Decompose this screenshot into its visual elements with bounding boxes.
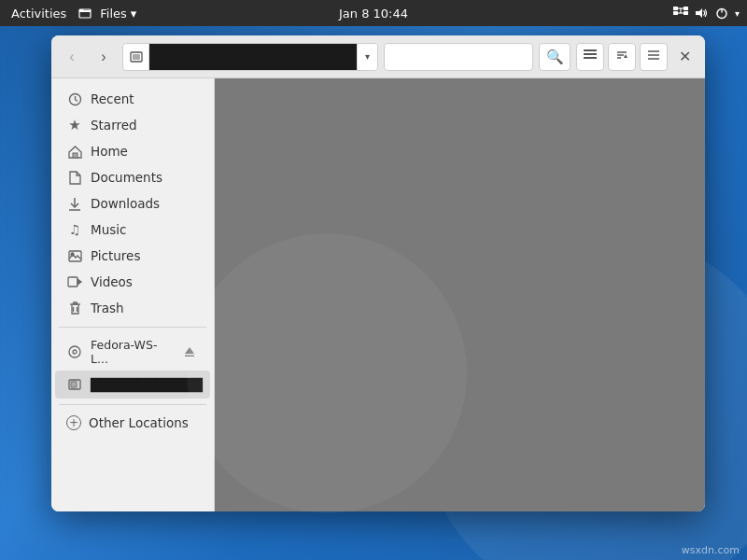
search-button[interactable]: 🔍: [539, 43, 571, 71]
svg-marker-37: [185, 347, 194, 354]
sidebar-item-music[interactable]: ♫ Music: [55, 217, 210, 243]
home-label: Home: [91, 144, 128, 159]
sort-icon: [615, 49, 628, 64]
other-locations-label: Other Locations: [89, 415, 189, 430]
location-drive-icon: [123, 44, 149, 70]
sidebar-item-removable[interactable]: ████████████: [55, 371, 210, 399]
trash-icon: [66, 300, 83, 316]
videos-icon: [66, 273, 83, 290]
svg-rect-3: [684, 7, 688, 10]
hamburger-icon: [647, 49, 660, 64]
location-dropdown-button[interactable]: ▾: [357, 44, 377, 70]
sidebar-divider-2: [59, 404, 206, 405]
top-bar-clock: Jan 8 10:44: [339, 7, 408, 21]
title-bar: ‹ › ████████████ ▾: [51, 35, 705, 78]
search-icon: 🔍: [546, 49, 564, 65]
other-locations-icon: +: [66, 415, 81, 430]
back-button[interactable]: ‹: [59, 44, 85, 70]
recent-label: Recent: [91, 91, 134, 106]
svg-rect-12: [133, 54, 140, 60]
home-icon: [66, 143, 83, 160]
sidebar-item-trash[interactable]: Trash: [55, 295, 210, 321]
svg-rect-14: [584, 53, 597, 55]
music-icon: ♫: [66, 221, 83, 238]
sidebar-item-videos[interactable]: Videos: [55, 269, 210, 295]
svg-rect-4: [684, 11, 688, 15]
forward-button[interactable]: ›: [91, 44, 117, 70]
files-menu-button[interactable]: Files ▾: [100, 7, 136, 21]
menu-button[interactable]: [640, 43, 668, 71]
toolbar-right: ✕: [576, 43, 698, 71]
desktop: Activities Files ▾ Jan 8 10:44: [0, 0, 747, 560]
sidebar-item-other-locations[interactable]: + Other Locations: [55, 411, 210, 435]
svg-rect-32: [73, 302, 77, 304]
power-icon: [714, 6, 729, 21]
sidebar-divider: [59, 327, 206, 328]
downloads-label: Downloads: [91, 196, 160, 211]
documents-icon: [66, 169, 83, 186]
path-breadcrumb: [384, 43, 533, 71]
close-icon: ✕: [679, 48, 691, 65]
starred-icon: ★: [66, 117, 83, 133]
sidebar-item-pictures[interactable]: Pictures: [55, 243, 210, 269]
recent-icon: [66, 91, 83, 107]
list-view-icon: [584, 49, 597, 64]
svg-point-35: [69, 346, 80, 357]
sidebar-item-downloads[interactable]: Downloads: [55, 190, 210, 217]
location-bar: ████████████ ▾: [122, 43, 378, 71]
svg-rect-24: [73, 153, 78, 158]
starred-label: Starred: [91, 118, 137, 133]
trash-label: Trash: [91, 301, 124, 315]
sidebar-item-documents[interactable]: Documents: [55, 164, 210, 190]
volume-icon: [694, 6, 709, 21]
removable-eject-button[interactable]: [210, 375, 215, 394]
sidebar-item-recent[interactable]: Recent: [55, 86, 210, 112]
main-content: Recent ★ Starred Home: [51, 78, 705, 511]
top-bar-right: ▾: [673, 6, 740, 21]
fedora-icon: [66, 343, 83, 360]
top-bar: Activities Files ▾ Jan 8 10:44: [0, 0, 747, 26]
removable-label: ████████████: [91, 377, 203, 392]
top-bar-left: Activities Files ▾: [7, 5, 136, 22]
fedora-label: Fedora-WS-L...: [91, 338, 173, 366]
music-label: Music: [91, 222, 126, 237]
svg-rect-38: [185, 356, 194, 357]
files-area[interactable]: [215, 78, 705, 511]
fedora-eject-button[interactable]: [180, 343, 199, 361]
svg-rect-40: [71, 382, 77, 387]
close-button[interactable]: ✕: [671, 44, 698, 70]
network-icon: [673, 6, 688, 21]
watermark: wsxdn.com: [682, 544, 740, 556]
file-manager-window: ‹ › ████████████ ▾: [51, 35, 705, 511]
downloads-icon: [66, 195, 83, 212]
svg-rect-15: [584, 57, 597, 59]
power-dropdown[interactable]: ▾: [735, 8, 740, 19]
pictures-icon: [66, 247, 83, 264]
sidebar: Recent ★ Starred Home: [51, 78, 215, 511]
videos-label: Videos: [91, 274, 133, 289]
sidebar-item-starred[interactable]: ★ Starred: [55, 112, 210, 138]
sidebar-item-fedora[interactable]: Fedora-WS-L...: [55, 333, 210, 371]
sidebar-item-home[interactable]: Home: [55, 138, 210, 164]
files-icon: [78, 6, 92, 21]
location-text[interactable]: ████████████: [149, 44, 357, 70]
activities-button[interactable]: Activities: [7, 5, 70, 22]
svg-marker-8: [696, 8, 702, 18]
removable-icon: [66, 376, 83, 393]
view-toggle-button[interactable]: [576, 43, 604, 71]
svg-rect-13: [584, 49, 597, 51]
svg-rect-29: [68, 277, 78, 287]
svg-point-36: [73, 350, 77, 354]
svg-rect-1: [673, 7, 678, 10]
sort-button[interactable]: [608, 43, 636, 71]
svg-marker-30: [78, 279, 81, 285]
svg-marker-19: [624, 54, 627, 58]
documents-label: Documents: [91, 170, 162, 185]
svg-rect-2: [673, 11, 678, 15]
pictures-label: Pictures: [91, 248, 140, 263]
